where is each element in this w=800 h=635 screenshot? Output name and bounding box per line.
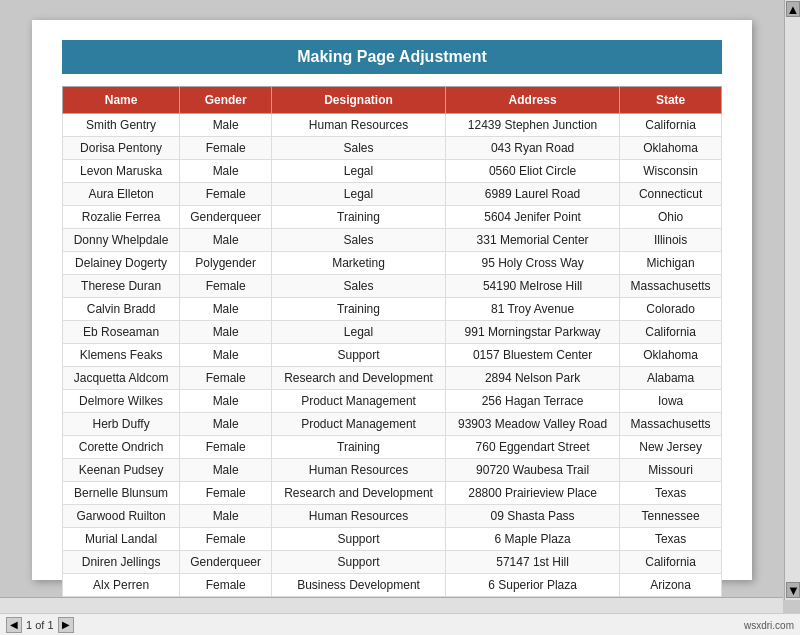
table-row: Levon MaruskaMaleLegal0560 Eliot CircleW… — [63, 160, 722, 183]
table-row: Smith GentryMaleHuman Resources12439 Ste… — [63, 114, 722, 137]
table-cell: Male — [180, 160, 272, 183]
table-cell: 54190 Melrose Hill — [445, 275, 619, 298]
table-row: Eb RoseamanMaleLegal991 Morningstar Park… — [63, 321, 722, 344]
table-row: Jacquetta AldcomFemaleResearch and Devel… — [63, 367, 722, 390]
scroll-up-arrow[interactable]: ▲ — [786, 1, 800, 17]
table-cell: Male — [180, 413, 272, 436]
table-cell: Female — [180, 367, 272, 390]
table-row: Corette OndrichFemaleTraining760 Eggenda… — [63, 436, 722, 459]
page-of-label: of — [35, 619, 44, 631]
table-cell: 0157 Bluestem Center — [445, 344, 619, 367]
table-cell: Training — [272, 298, 446, 321]
table-cell: Bernelle Blunsum — [63, 482, 180, 505]
table-column-header: State — [620, 87, 722, 114]
table-cell: Male — [180, 298, 272, 321]
table-cell: Iowa — [620, 390, 722, 413]
table-row: Therese DuranFemaleSales54190 Melrose Hi… — [63, 275, 722, 298]
table-cell: 256 Hagan Terrace — [445, 390, 619, 413]
table-row: Aura ElletonFemaleLegal6989 Laurel RoadC… — [63, 183, 722, 206]
table-cell: Male — [180, 321, 272, 344]
table-cell: Human Resources — [272, 505, 446, 528]
table-cell: Smith Gentry — [63, 114, 180, 137]
bottom-navigation-bar: ◀ 1 of 1 ▶ wsxdri.com — [0, 613, 800, 635]
table-cell: Murial Landal — [63, 528, 180, 551]
table-cell: Human Resources — [272, 114, 446, 137]
table-cell: Texas — [620, 482, 722, 505]
total-pages: 1 — [47, 619, 53, 631]
table-cell: Massachusetts — [620, 413, 722, 436]
table-cell: Illinois — [620, 229, 722, 252]
table-row: Garwood RuiltonMaleHuman Resources09 Sha… — [63, 505, 722, 528]
next-page-button[interactable]: ▶ — [58, 617, 74, 633]
table-row: Herb DuffyMaleProduct Management93903 Me… — [63, 413, 722, 436]
table-cell: Male — [180, 505, 272, 528]
table-cell: Wisconsin — [620, 160, 722, 183]
table-cell: Legal — [272, 183, 446, 206]
table-cell: 09 Shasta Pass — [445, 505, 619, 528]
prev-page-button[interactable]: ◀ — [6, 617, 22, 633]
table-cell: 5604 Jenifer Point — [445, 206, 619, 229]
table-cell: Research and Development — [272, 367, 446, 390]
table-cell: Product Management — [272, 390, 446, 413]
table-cell: Genderqueer — [180, 206, 272, 229]
table-cell: Dniren Jellings — [63, 551, 180, 574]
scroll-down-arrow[interactable]: ▼ — [786, 582, 800, 598]
brand-badge: wsxdri.com — [744, 620, 794, 631]
table-row: Dniren JellingsGenderqueerSupport57147 1… — [63, 551, 722, 574]
table-cell: Male — [180, 390, 272, 413]
table-cell: Therese Duran — [63, 275, 180, 298]
table-cell: Colorado — [620, 298, 722, 321]
table-cell: 6 Maple Plaza — [445, 528, 619, 551]
table-cell: Sales — [272, 275, 446, 298]
vertical-scrollbar[interactable]: ▲ ▼ — [784, 0, 800, 600]
horizontal-scrollbar[interactable] — [0, 597, 783, 613]
table-cell: California — [620, 114, 722, 137]
table-cell: 991 Morningstar Parkway — [445, 321, 619, 344]
table-cell: California — [620, 321, 722, 344]
table-cell: Klemens Feaks — [63, 344, 180, 367]
table-cell: Herb Duffy — [63, 413, 180, 436]
table-row: Keenan PudseyMaleHuman Resources90720 Wa… — [63, 459, 722, 482]
table-row: Dorisa PentonyFemaleSales043 Ryan RoadOk… — [63, 137, 722, 160]
table-cell: Male — [180, 344, 272, 367]
table-cell: Connecticut — [620, 183, 722, 206]
table-cell: Corette Ondrich — [63, 436, 180, 459]
table-cell: Female — [180, 528, 272, 551]
table-cell: Rozalie Ferrea — [63, 206, 180, 229]
table-row: Bernelle BlunsumFemaleResearch and Devel… — [63, 482, 722, 505]
table-column-header: Designation — [272, 87, 446, 114]
table-cell: Michigan — [620, 252, 722, 275]
table-cell: Alx Perren — [63, 574, 180, 597]
table-cell: 6989 Laurel Road — [445, 183, 619, 206]
table-cell: Female — [180, 574, 272, 597]
table-row: Donny WhelpdaleMaleSales331 Memorial Cen… — [63, 229, 722, 252]
table-cell: Oklahoma — [620, 344, 722, 367]
table-cell: Alabama — [620, 367, 722, 390]
table-cell: Training — [272, 206, 446, 229]
table-cell: Keenan Pudsey — [63, 459, 180, 482]
table-cell: Garwood Ruilton — [63, 505, 180, 528]
table-cell: New Jersey — [620, 436, 722, 459]
current-page: 1 — [26, 619, 32, 631]
table-cell: Research and Development — [272, 482, 446, 505]
table-cell: California — [620, 551, 722, 574]
table-cell: Legal — [272, 321, 446, 344]
table-row: Delainey DogertyPolygenderMarketing95 Ho… — [63, 252, 722, 275]
table-cell: Male — [180, 459, 272, 482]
table-cell: 331 Memorial Center — [445, 229, 619, 252]
page-area: Making Page Adjustment NameGenderDesigna… — [0, 0, 784, 597]
table-cell: Delainey Dogerty — [63, 252, 180, 275]
table-cell: 12439 Stephen Junction — [445, 114, 619, 137]
table-cell: Legal — [272, 160, 446, 183]
table-cell: 043 Ryan Road — [445, 137, 619, 160]
table-cell: 6 Superior Plaza — [445, 574, 619, 597]
table-cell: Business Development — [272, 574, 446, 597]
table-header-row: NameGenderDesignationAddressState — [63, 87, 722, 114]
table-column-header: Gender — [180, 87, 272, 114]
table-cell: Support — [272, 528, 446, 551]
table-row: Klemens FeaksMaleSupport0157 Bluestem Ce… — [63, 344, 722, 367]
table-cell: Sales — [272, 229, 446, 252]
table-cell: Female — [180, 482, 272, 505]
table-cell: 28800 Prairieview Place — [445, 482, 619, 505]
table-cell: Oklahoma — [620, 137, 722, 160]
